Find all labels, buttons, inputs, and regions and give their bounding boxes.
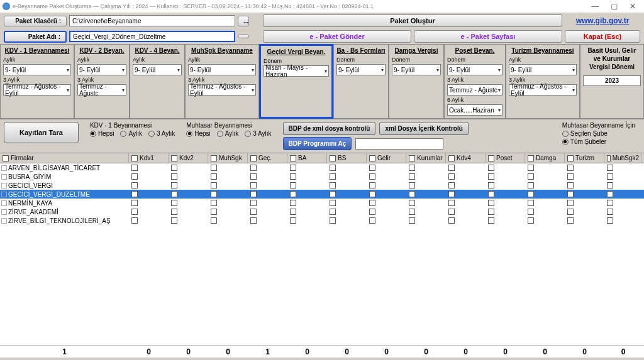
col-header-kdv4[interactable]: Kdv4 (446, 153, 486, 163)
paket-klasoru-input[interactable] (69, 15, 235, 26)
cell-checkbox[interactable] (290, 217, 296, 224)
cell-checkbox[interactable] (131, 200, 138, 206)
cell-checkbox[interactable] (607, 209, 613, 215)
cell-checkbox[interactable] (250, 182, 257, 188)
cell-checkbox[interactable] (330, 209, 336, 215)
cell-checkbox[interactable] (171, 191, 177, 197)
col-header-gec[interactable]: Geç. (248, 153, 287, 163)
gib-link[interactable]: www.gib.gov.tr (565, 15, 640, 26)
cell-checkbox[interactable] (290, 209, 296, 215)
paket-adi-input[interactable] (69, 31, 235, 42)
cell-checkbox[interactable] (488, 200, 494, 206)
cell-checkbox[interactable] (131, 217, 138, 224)
col-checkbox[interactable] (131, 155, 138, 161)
cell-checkbox[interactable] (250, 217, 257, 224)
period-select[interactable]: 9- Eylül (392, 64, 441, 75)
cell-checkbox[interactable] (607, 200, 613, 206)
cell-checkbox[interactable] (290, 173, 296, 180)
bdp-programini-ac-button[interactable]: BDP Programını Aç (283, 137, 352, 150)
cell-checkbox[interactable] (211, 209, 217, 215)
row-checkbox[interactable] (1, 200, 7, 206)
kdv1-aylik-radio[interactable]: Aylık (120, 130, 142, 137)
cell-checkbox[interactable] (330, 200, 336, 206)
period-select[interactable]: Temmuz - Ağustos - Eylül (509, 84, 577, 95)
col-checkbox[interactable] (211, 155, 217, 161)
cell-checkbox[interactable] (290, 165, 296, 171)
cell-checkbox[interactable] (567, 182, 574, 188)
cell-checkbox[interactable] (211, 217, 217, 224)
cell-checkbox[interactable] (567, 217, 574, 224)
period-select[interactable]: 9- Eylül (133, 64, 182, 75)
cell-checkbox[interactable] (330, 191, 336, 197)
cell-checkbox[interactable] (528, 165, 534, 171)
col-header-muhsgk2[interactable]: MuhSgk2 (604, 153, 642, 163)
col-header-turizm[interactable]: Turizm (565, 153, 604, 163)
cell-checkbox[interactable] (607, 165, 613, 171)
cell-checkbox[interactable] (409, 182, 415, 188)
cell-checkbox[interactable] (488, 165, 494, 171)
col-header-kurum[interactable]: Kurumlar (406, 153, 446, 163)
period-select[interactable]: Nisan - Mayıs - Haziran (264, 65, 329, 77)
browse-button[interactable]: ... (238, 16, 249, 26)
cell-checkbox[interactable] (448, 191, 455, 197)
period-select[interactable]: 9- Eylül (447, 64, 502, 75)
cell-checkbox[interactable] (528, 173, 534, 180)
cell-checkbox[interactable] (290, 182, 296, 188)
cell-checkbox[interactable] (528, 217, 534, 224)
paket-adi-aux-button[interactable] (238, 35, 249, 38)
table-row[interactable]: BUSRA_GİYİM (0, 172, 644, 181)
cell-checkbox[interactable] (250, 200, 257, 206)
paket-olustur-button[interactable]: Paket Oluştur (263, 14, 562, 27)
muh-aylik-radio[interactable]: Aylık (217, 130, 239, 137)
cell-checkbox[interactable] (330, 173, 336, 180)
cell-checkbox[interactable] (488, 173, 494, 180)
cell-checkbox[interactable] (409, 165, 415, 171)
xml-icerik-kontrol-button[interactable]: xml Dosya İçerik Kontrolü (379, 122, 468, 135)
table-row[interactable]: GECİCİ_VERGİ_DUZELTME (0, 190, 644, 199)
period-select[interactable]: 9- Eylül (188, 64, 256, 75)
cell-checkbox[interactable] (567, 191, 574, 197)
col-header-gelir[interactable]: Gelir (367, 153, 406, 163)
cell-checkbox[interactable] (211, 165, 217, 171)
cell-checkbox[interactable] (409, 209, 415, 215)
cell-checkbox[interactable] (567, 209, 574, 215)
cell-checkbox[interactable] (171, 209, 177, 215)
row-checkbox[interactable] (1, 174, 7, 180)
col-checkbox[interactable] (488, 155, 494, 161)
cell-checkbox[interactable] (488, 191, 494, 197)
cell-checkbox[interactable] (448, 209, 455, 215)
cell-checkbox[interactable] (409, 217, 415, 224)
period-select[interactable]: 9- Eylül (77, 64, 126, 75)
kdv1-hepsi-radio[interactable]: Hepsi (90, 130, 114, 137)
close-button[interactable]: ✕ (624, 1, 641, 11)
cell-checkbox[interactable] (171, 182, 177, 188)
cell-checkbox[interactable] (607, 173, 613, 180)
cell-checkbox[interactable] (369, 165, 375, 171)
cell-checkbox[interactable] (290, 200, 296, 206)
col-checkbox[interactable] (290, 155, 296, 161)
cell-checkbox[interactable] (369, 191, 375, 197)
cell-checkbox[interactable] (250, 209, 257, 215)
cell-checkbox[interactable] (409, 191, 415, 197)
cell-checkbox[interactable] (131, 165, 138, 171)
cell-checkbox[interactable] (567, 165, 574, 171)
e-paket-sayfasi-button[interactable]: e - Paket Sayfası (414, 30, 562, 43)
col-header-ba[interactable]: BA (287, 153, 327, 163)
e-paket-gonder-button[interactable]: e - Paket Gönder (263, 30, 411, 43)
bdp-xml-kontrol-button[interactable]: BDP de xml dosya kontrolü (283, 122, 376, 135)
cell-checkbox[interactable] (131, 173, 138, 180)
col-header-bs[interactable]: BS (327, 153, 367, 163)
cell-checkbox[interactable] (330, 165, 336, 171)
cell-checkbox[interactable] (409, 200, 415, 206)
cell-checkbox[interactable] (488, 209, 494, 215)
kayitlari-tara-button[interactable]: Kayıtları Tara (4, 122, 79, 143)
cell-checkbox[interactable] (211, 173, 217, 180)
muh-3aylik-radio[interactable]: 3 Aylık (245, 130, 271, 137)
period-select[interactable]: 9- Eylül (336, 64, 386, 75)
col-checkbox[interactable] (567, 155, 574, 161)
col-header-poset[interactable]: Poset (486, 153, 525, 163)
cell-checkbox[interactable] (171, 200, 177, 206)
year-input[interactable]: 2023 (583, 75, 641, 86)
cell-checkbox[interactable] (607, 182, 613, 188)
cell-checkbox[interactable] (567, 200, 574, 206)
